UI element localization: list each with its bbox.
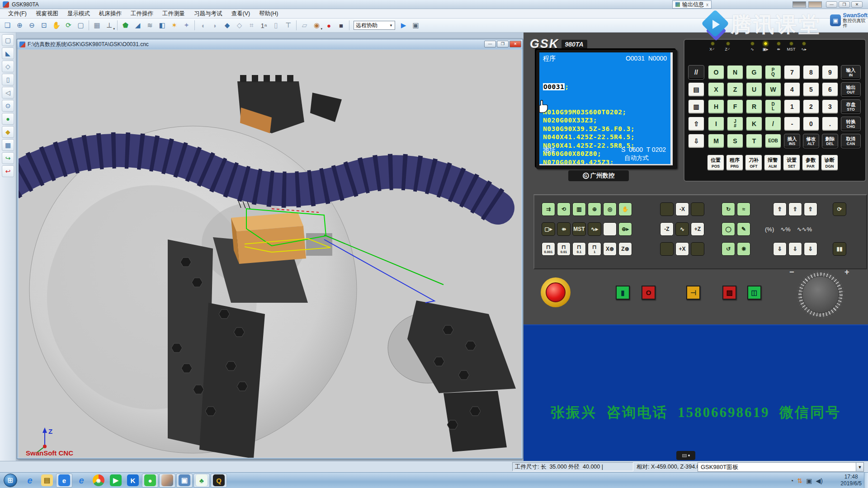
cylinder-icon[interactable]: ▯ (270, 20, 282, 31)
part-blue-icon[interactable]: ◆ (222, 20, 233, 31)
t-key[interactable]: T (746, 134, 762, 148)
spindle-override-up-button[interactable]: ⇧ (804, 202, 817, 216)
manual-mode-button[interactable]: ✋ (618, 202, 632, 216)
feed-hold-button[interactable]: ▮▮ (833, 242, 846, 256)
menu-display-mode[interactable]: 显示模式 (63, 9, 94, 19)
close-button[interactable]: ✕ (851, 1, 863, 8)
sphere-tool-icon[interactable]: ● (2, 113, 14, 125)
inner-maximize-button[interactable]: ❐ (497, 41, 509, 47)
restore-button[interactable]: ❐ (839, 1, 850, 8)
panel-tool-icon[interactable]: ▢ (2, 34, 14, 46)
spindle-ccw-button[interactable]: ↺ (722, 242, 735, 256)
h-key[interactable]: H (708, 99, 724, 114)
page-key[interactable]: ▤ (688, 82, 704, 97)
spindle-cw-button[interactable]: ↻ (722, 202, 735, 216)
slash-key[interactable]: / (765, 117, 781, 131)
cycle-start-button[interactable]: ⟳ (833, 202, 846, 216)
tool-setup-icon[interactable]: ◢ (132, 20, 143, 31)
chuck-button[interactable]: ❋ (737, 242, 750, 256)
eob-key[interactable]: EOB (765, 134, 781, 148)
stop-record-icon[interactable]: ■ (335, 20, 347, 31)
output-key[interactable]: 输出OUT (841, 82, 861, 97)
2-key[interactable]: 2 (803, 99, 819, 114)
clamp-icon[interactable]: ⌗ (246, 20, 257, 31)
run-icon[interactable]: ▶ (398, 20, 409, 31)
count-1n-icon[interactable]: 1ⁿ (258, 20, 269, 31)
taskbar-clock[interactable]: 17:48 2019/6/5 (840, 474, 862, 487)
rapid-override-up-button[interactable]: ⇧ (773, 202, 787, 216)
inner-minimize-button[interactable]: — (484, 41, 496, 47)
w-key[interactable]: W (765, 82, 781, 97)
menu-help[interactable]: 帮助(H) (255, 9, 283, 19)
power-on-button[interactable]: ▮ (616, 286, 630, 300)
dl-key[interactable]: DL (765, 99, 781, 114)
setting-key[interactable]: 设置SET (783, 155, 800, 171)
magnify-tool-icon[interactable]: ⊙ (2, 100, 14, 112)
alarm-key[interactable]: 报警ALM (764, 155, 781, 171)
start-button[interactable]: ⊞ (4, 474, 17, 487)
panel-monitor-icon[interactable]: ▣ (410, 20, 421, 31)
remote-assist-dropdown[interactable]: 远程协助▼ (354, 21, 395, 30)
mdi-mode-button[interactable]: ▥ (572, 202, 586, 216)
blank-key-3[interactable] (603, 222, 617, 236)
measure-icon[interactable]: ✦ (181, 20, 192, 31)
menu-workpiece-measure[interactable]: 工件测量 (158, 9, 189, 19)
window-layout-icon[interactable]: ❏ (2, 20, 13, 31)
step-001-button[interactable]: ⊓0.01 (557, 242, 571, 256)
blank-key-5[interactable] (691, 242, 704, 256)
store-key[interactable]: 存盘STO (841, 99, 861, 114)
7-key[interactable]: 7 (784, 65, 800, 80)
rotate-view-icon[interactable]: ⟳ (63, 20, 74, 31)
step-01-button[interactable]: ⊓0.1 (572, 242, 586, 256)
input-key[interactable]: 输入IN (841, 65, 861, 80)
tray-volume-icon[interactable]: ◀) (816, 477, 823, 484)
thread-button[interactable]: ▨ (722, 286, 736, 300)
auto-mode-button[interactable]: ⇉ (542, 202, 555, 216)
parameter-key[interactable]: 参数PAR (802, 155, 819, 171)
taskbar-ie2-icon[interactable]: e (73, 474, 90, 488)
pan-icon[interactable]: ✋ (51, 20, 62, 31)
zoom-in-icon[interactable]: ⊕ (14, 20, 25, 31)
u-key[interactable]: U (746, 82, 762, 97)
program-zero-button[interactable]: ⊕▸ (618, 222, 632, 236)
part-cap-icon[interactable]: ◗ (209, 20, 221, 31)
r-key[interactable]: R (746, 99, 762, 114)
delete-key[interactable]: 删除DEL (822, 134, 838, 148)
plus-x-button[interactable]: +X (675, 242, 689, 256)
minus-z-button[interactable]: -Z (660, 222, 674, 236)
6-key[interactable]: 6 (822, 82, 838, 97)
menu-exercise-exam[interactable]: 习题与考试 (189, 9, 227, 19)
wireframe-tool-icon[interactable]: ◇ (2, 61, 14, 72)
diagnosis-key[interactable]: 诊断DGN (821, 155, 838, 171)
cursor-down-key[interactable]: ⇩ (688, 134, 704, 148)
emergency-stop-button[interactable] (541, 277, 571, 307)
taskbar-photos-icon[interactable] (159, 474, 175, 488)
tray-network-icon[interactable]: ▣ (806, 477, 812, 484)
taskbar-k-app-icon[interactable]: K (125, 474, 141, 488)
j-key[interactable]: J# (727, 117, 743, 131)
offset-key[interactable]: 刀补OFT (745, 155, 762, 171)
taskbar-ie-icon[interactable]: e (22, 474, 38, 488)
cancel-key[interactable]: 取消CAN (841, 134, 861, 148)
record-icon[interactable]: ● (323, 20, 335, 31)
dry-run-button[interactable]: ∿▸ (588, 222, 601, 236)
9-key[interactable]: 9 (822, 65, 838, 80)
minimize-button[interactable]: — (826, 1, 837, 8)
z-key[interactable]: Z (727, 82, 743, 97)
f-key[interactable]: F (727, 99, 743, 114)
menu-workpiece-op[interactable]: 工件操作 (126, 9, 158, 19)
page-edit-key[interactable]: ▥ (688, 99, 704, 114)
shade-view-icon[interactable]: ▦ (91, 20, 103, 31)
door-button[interactable]: ◫ (747, 286, 761, 300)
title-bar[interactable]: GSK980TA (0, 0, 868, 9)
feed-override-up-button[interactable]: ⇧ (788, 202, 802, 216)
taskbar-chrome-icon[interactable]: ◉ (90, 474, 107, 488)
panel-view-tool-icon[interactable]: ▦ (2, 139, 14, 151)
output-info-tab[interactable]: 输出信息 x (672, 0, 712, 9)
plus-z-button[interactable]: +Z (691, 222, 704, 236)
program-key[interactable]: 程序PRG (726, 155, 743, 171)
select-region-icon[interactable]: ▢ (75, 20, 86, 31)
spindle-override-down-button[interactable]: ⇩ (804, 242, 817, 256)
1-key[interactable]: 1 (784, 99, 800, 114)
machine-setup-icon[interactable]: ⬟ (120, 20, 131, 31)
